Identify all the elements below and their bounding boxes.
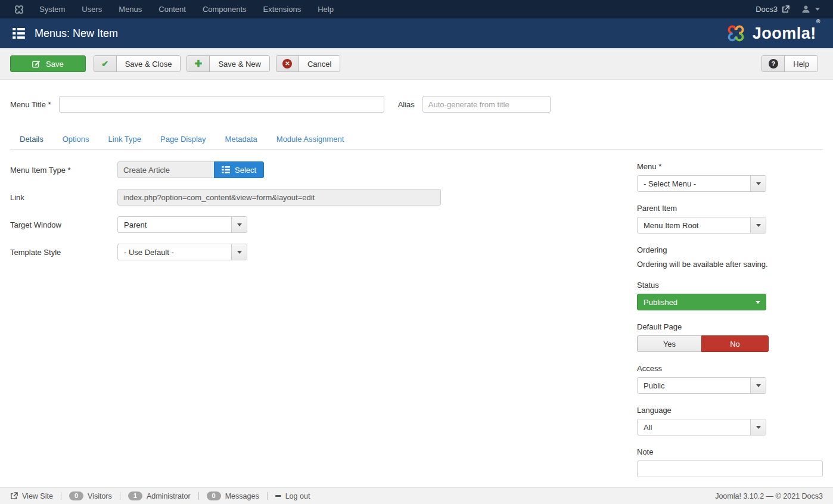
messages-link[interactable]: 0 Messages xyxy=(207,491,259,500)
chevron-down-icon xyxy=(750,217,766,233)
menu-select-value: - Select Menu - xyxy=(638,176,750,191)
external-link-icon xyxy=(10,492,18,500)
check-icon: ✔ xyxy=(94,56,117,71)
tab-details[interactable]: Details xyxy=(10,129,53,149)
menu-item-type-row: Menu Item Type * Select xyxy=(10,161,637,178)
menu-title-label: Menu Title * xyxy=(10,100,51,109)
save-close-label: Save & Close xyxy=(117,56,181,71)
menu-select[interactable]: - Select Menu - xyxy=(637,175,766,192)
target-window-select[interactable]: Parent xyxy=(117,216,247,233)
divider xyxy=(198,492,199,500)
logout-link[interactable]: Log out xyxy=(275,492,310,500)
footer-statusbar: View Site 0 Visitors 1 Administrator 0 M… xyxy=(0,487,833,504)
alias-label: Alias xyxy=(398,100,415,109)
menu-item-type-label: Menu Item Type * xyxy=(10,166,117,175)
form-tabs: Details Options Link Type Page Display M… xyxy=(10,129,823,150)
tab-options[interactable]: Options xyxy=(53,129,99,149)
menu-menus[interactable]: Menus xyxy=(110,0,150,18)
target-window-value: Parent xyxy=(118,217,231,232)
divider xyxy=(120,492,120,500)
language-value: All xyxy=(638,419,750,435)
template-style-row: Template Style - Use Default - xyxy=(10,244,637,260)
note-input[interactable] xyxy=(637,461,823,477)
save-new-button[interactable]: ✚ Save & New xyxy=(187,55,270,72)
chevron-down-icon xyxy=(750,294,766,310)
default-page-label: Default Page xyxy=(637,322,823,331)
chevron-down-icon xyxy=(750,378,766,393)
details-left-column: Menu Item Type * Select Link xyxy=(10,161,637,271)
alias-input[interactable] xyxy=(422,96,551,113)
default-page-no-button[interactable]: No xyxy=(701,335,769,352)
select-menu-item-type-button[interactable]: Select xyxy=(214,161,264,178)
menu-content[interactable]: Content xyxy=(150,0,194,18)
th-list-icon xyxy=(13,28,25,39)
parent-item-label: Parent Item xyxy=(637,204,823,213)
link-input xyxy=(117,189,441,206)
link-label: Link xyxy=(10,193,117,202)
access-select[interactable]: Public xyxy=(637,377,766,394)
template-style-value: - Use Default - xyxy=(118,244,231,260)
view-site-link[interactable]: View Site xyxy=(10,492,53,500)
joomla-logo-icon xyxy=(725,23,747,43)
save-label: Save xyxy=(46,60,64,69)
ordering-label: Ordering xyxy=(637,245,823,254)
tab-metadata[interactable]: Metadata xyxy=(216,129,267,149)
toolbar: Save ✔ Save & Close ✚ Save & New ✕ Cance… xyxy=(0,48,833,80)
save-button[interactable]: Save xyxy=(10,55,86,72)
status-label: Status xyxy=(637,281,823,290)
chevron-down-icon xyxy=(815,8,820,11)
tab-link-type[interactable]: Link Type xyxy=(99,129,151,149)
menu-label: Menu * xyxy=(637,162,823,171)
visitors-label: Visitors xyxy=(88,492,112,500)
tab-page-display[interactable]: Page Display xyxy=(151,129,216,149)
menu-components[interactable]: Components xyxy=(194,0,255,18)
target-window-label: Target Window xyxy=(10,220,117,229)
status-select[interactable]: Published xyxy=(637,294,766,310)
help-label: Help xyxy=(785,56,818,71)
cancel-circle-icon: ✕ xyxy=(276,56,299,71)
version-copyright: Joomla! 3.10.2 — © 2021 Docs3 xyxy=(715,492,823,500)
help-button[interactable]: ? Help xyxy=(761,55,818,72)
ordering-group: Ordering Ordering will be available afte… xyxy=(637,245,823,269)
tab-module-assignment[interactable]: Module Assignment xyxy=(267,129,353,149)
menu-system[interactable]: System xyxy=(31,0,73,18)
top-navbar: System Users Menus Content Components Ex… xyxy=(0,0,833,18)
visitors-link[interactable]: 0 Visitors xyxy=(69,491,112,500)
menu-item-type-input xyxy=(117,161,215,178)
access-label: Access xyxy=(637,364,823,373)
joomla-mark-icon xyxy=(13,4,25,15)
external-link-icon xyxy=(782,5,790,13)
details-tab-panel: Menu Item Type * Select Link xyxy=(10,161,823,489)
menu-users[interactable]: Users xyxy=(73,0,110,18)
parent-item-value: Menu Item Root xyxy=(638,217,750,233)
default-page-toggle: Yes No xyxy=(637,335,823,352)
menu-help[interactable]: Help xyxy=(309,0,342,18)
question-circle-icon: ? xyxy=(762,56,785,71)
chevron-down-icon xyxy=(750,419,766,435)
template-style-label: Template Style xyxy=(10,248,117,257)
access-group: Access Public xyxy=(637,364,823,394)
title-bar: Menus: New Item Joomla!® xyxy=(0,18,833,48)
site-link[interactable]: Docs3 xyxy=(756,5,790,14)
divider xyxy=(267,492,268,500)
language-select[interactable]: All xyxy=(637,419,766,435)
topnav-right: Docs3 xyxy=(756,5,823,14)
cancel-button[interactable]: ✕ Cancel xyxy=(276,55,340,72)
pencil-square-icon xyxy=(32,60,41,68)
page-title: Menus: New Item xyxy=(35,27,118,40)
chevron-down-icon xyxy=(231,217,247,232)
save-new-label: Save & New xyxy=(210,56,269,71)
joomla-logo: Joomla!® xyxy=(725,23,820,43)
language-label: Language xyxy=(637,406,823,415)
joomla-wordmark: Joomla!® xyxy=(753,24,820,43)
save-close-button[interactable]: ✔ Save & Close xyxy=(94,55,181,72)
menu-title-input[interactable] xyxy=(59,96,384,113)
template-style-select[interactable]: - Use Default - xyxy=(117,244,247,260)
user-menu[interactable] xyxy=(801,5,823,14)
administrator-link[interactable]: 1 Administrator xyxy=(128,491,191,500)
parent-item-select[interactable]: Menu Item Root xyxy=(637,217,766,234)
default-page-yes-button[interactable]: Yes xyxy=(637,335,702,352)
menu-extensions[interactable]: Extensions xyxy=(255,0,310,18)
parent-item-group: Parent Item Menu Item Root xyxy=(637,204,823,234)
minus-icon xyxy=(275,495,281,497)
